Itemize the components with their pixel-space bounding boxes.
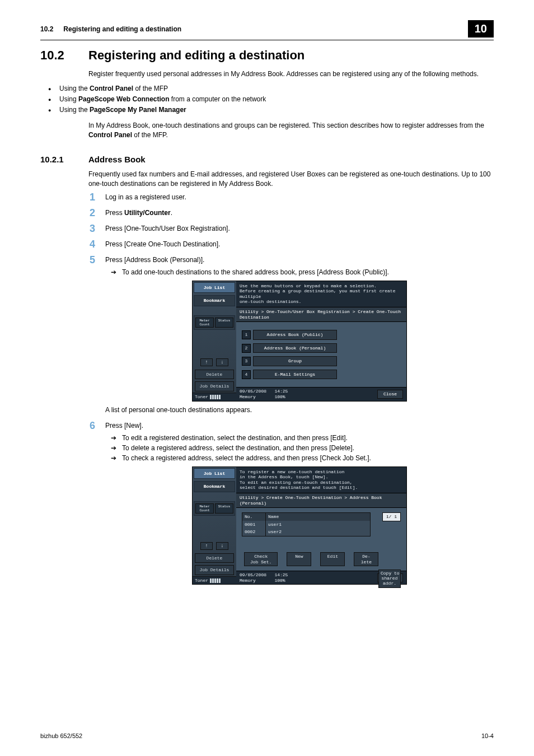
menu-number: 4: [242, 370, 251, 379]
job-details-button[interactable]: Job Details: [195, 565, 234, 575]
table-row[interactable]: 0002 user2: [242, 528, 370, 536]
page: 10.2 Registering and editing a destinati…: [0, 0, 534, 756]
mfp-message: Use the menu buttons or keypad to make a…: [236, 281, 406, 307]
status-tabs: Meter Count Status: [194, 315, 235, 330]
list-item: Using PageScope Web Connection from a co…: [40, 94, 494, 105]
list-item: Using the Control Panel of the MFP: [40, 83, 494, 94]
header-section-number: 10.2: [40, 25, 53, 33]
address-book-public-button[interactable]: Address Book (Public): [253, 330, 337, 340]
step-number: 5: [73, 254, 95, 266]
running-header: 10.2 Registering and editing a destinati…: [40, 20, 494, 40]
mfp-message: To register a new one-touch destination …: [236, 467, 406, 493]
group-button[interactable]: Group: [253, 356, 337, 366]
footer-right: 10-4: [481, 732, 494, 739]
new-button[interactable]: New: [287, 552, 311, 566]
up-arrow-button[interactable]: ↑: [200, 542, 213, 550]
step-5: 5 Press [Address Book (Personal)]. To ad…: [88, 256, 494, 414]
delete-button[interactable]: Delete: [195, 553, 234, 563]
step5-caption: A list of personal one-touch destination…: [105, 406, 494, 414]
mfp-main: Use the menu buttons or keypad to make a…: [236, 281, 406, 401]
step-4: 4 Press [Create One-Touch Destination].: [88, 240, 494, 248]
meter-tab[interactable]: Meter Count: [195, 318, 214, 328]
step-number: 4: [73, 239, 95, 250]
mfp-body: 1Address Book (Public) 2Address Book (Pe…: [236, 322, 406, 387]
step-text: Press [Create One-Touch Destination].: [105, 240, 220, 248]
menu-number: 1: [242, 330, 251, 339]
footer-left: bizhub 652/552: [40, 732, 82, 739]
destination-table: No. Name 0001 user1 0002 user2: [242, 512, 371, 536]
page-indicator: 1/ 1: [382, 512, 401, 521]
menu-number: 2: [242, 344, 251, 353]
status-tab[interactable]: Status: [215, 318, 233, 328]
delete-button[interactable]: Delete: [195, 370, 234, 380]
step-number: 6: [73, 420, 95, 432]
mfp-datetime: 09/05/2008 14:25 Memory 100%: [240, 389, 377, 399]
job-details-button[interactable]: Job Details: [195, 381, 234, 391]
step-text: Press [New].: [105, 422, 143, 430]
mfp-body: 1/ 1 Copy to shared addr. No. Name 0001 …: [236, 508, 406, 571]
substep: To check a registered address, select th…: [105, 453, 494, 463]
toner-indicator: Toner: [193, 576, 236, 585]
menu-number: 3: [242, 357, 251, 366]
bookmark-tab[interactable]: Bookmark: [194, 295, 235, 306]
mfp-screenshot-2: Job List Bookmark Meter Count Status ↑ ↓…: [192, 466, 407, 585]
address-book-personal-button[interactable]: Address Book (Personal): [253, 343, 337, 353]
intro-paragraph-2: In My Address Book, one-touch destinatio…: [88, 121, 494, 140]
close-button[interactable]: Close: [377, 390, 403, 399]
step-1: 1 Log in as a registered user.: [88, 193, 494, 201]
h3-title: Address Book: [88, 155, 146, 164]
col-no: No.: [242, 513, 266, 521]
h2-title: Registering and editing a destination: [88, 48, 305, 63]
substep: To add one-touch destinations to the sha…: [105, 267, 494, 277]
edit-button[interactable]: Edit: [320, 552, 345, 566]
h3-intro: Frequently used fax numbers and E-mail a…: [88, 170, 494, 189]
status-tabs: Meter Count Status: [194, 501, 235, 516]
step-list: 1 Log in as a registered user. 2 Press U…: [88, 193, 494, 585]
heading-2: 10.2 Registering and editing a destinati…: [40, 48, 494, 63]
status-tab[interactable]: Status: [215, 503, 233, 514]
step-number: 2: [73, 207, 95, 219]
mfp-main: To register a new one-touch destination …: [236, 467, 406, 585]
heading-3: 10.2.1 Address Book: [40, 155, 494, 164]
mfp-breadcrumb: Utility > Create One-Touch Destination >…: [236, 493, 406, 508]
job-list-tab[interactable]: Job List: [194, 282, 235, 293]
mfp-left-panel: Job List Bookmark Meter Count Status ↑ ↓…: [193, 467, 236, 585]
table-row[interactable]: 0001 user1: [242, 521, 370, 529]
step-number: 3: [73, 223, 95, 235]
chapter-badge: 10: [468, 20, 494, 38]
meter-tab[interactable]: Meter Count: [195, 503, 214, 514]
mfp-datetime: 09/05/2008 14:25 Memory 100%: [240, 572, 377, 583]
intro-paragraph: Register frequently used personal addres…: [88, 69, 494, 79]
up-arrow-button[interactable]: ↑: [200, 358, 213, 366]
job-list-tab[interactable]: Job List: [194, 468, 235, 479]
substep: To edit a registered destination, select…: [105, 433, 494, 443]
mfp-breadcrumb: Utility > One-Touch/User Box Registratio…: [236, 307, 406, 322]
h3-number: 10.2.1: [40, 155, 88, 164]
down-arrow-button[interactable]: ↓: [216, 358, 228, 366]
header-section-title: Registering and editing a destination: [63, 25, 467, 33]
toner-indicator: Toner: [193, 393, 236, 401]
step-2: 2 Press Utility/Counter.: [88, 209, 494, 217]
step-6: 6 Press [New]. To edit a registered dest…: [88, 422, 494, 585]
substep: To delete a registered address, select t…: [105, 443, 494, 453]
step-3: 3 Press [One-Touch/User Box Registration…: [88, 225, 494, 232]
page-footer: bizhub 652/552 10-4: [40, 732, 494, 739]
step-number: 1: [73, 192, 95, 203]
delete-dest-button[interactable]: De- lete: [354, 552, 378, 566]
mfp-left-panel: Job List Bookmark Meter Count Status ↑ ↓…: [193, 281, 236, 401]
method-list: Using the Control Panel of the MFP Using…: [40, 83, 494, 116]
bookmark-tab[interactable]: Bookmark: [194, 481, 235, 492]
step-text: Log in as a registered user.: [105, 193, 186, 201]
check-job-set-button[interactable]: Check Job Set.: [244, 552, 278, 566]
step-text: Press [Address Book (Personal)].: [105, 256, 204, 264]
list-item: Using the PageScope My Panel Manager: [40, 105, 494, 115]
email-settings-button[interactable]: E-Mail Settings: [253, 370, 337, 380]
col-name: Name: [266, 513, 370, 521]
copy-to-shared-button[interactable]: Copy to shared addr.: [378, 570, 401, 587]
h2-number: 10.2: [40, 48, 88, 63]
step-text: Press [One-Touch/User Box Registration].: [105, 225, 230, 232]
down-arrow-button[interactable]: ↓: [216, 542, 228, 550]
mfp-screenshot-1: Job List Bookmark Meter Count Status ↑ ↓…: [192, 281, 407, 402]
